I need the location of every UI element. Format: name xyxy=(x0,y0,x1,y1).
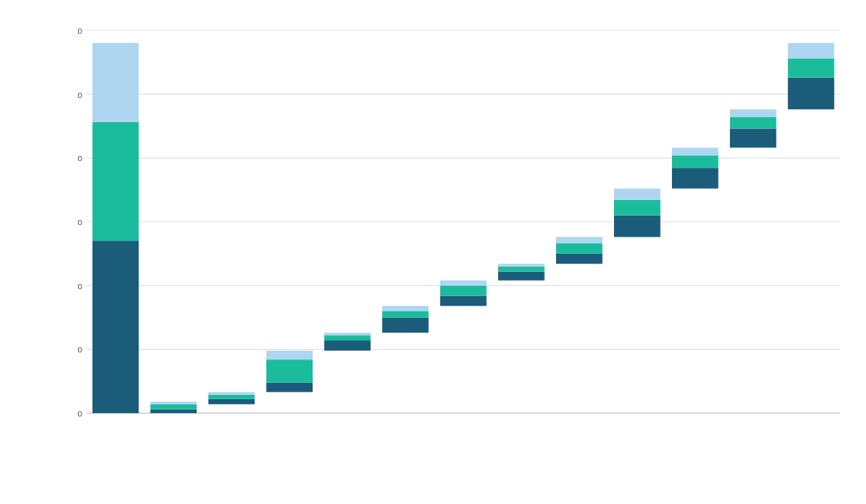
svg-rect-47 xyxy=(556,254,603,264)
svg-rect-63 xyxy=(788,77,835,109)
svg-text:$0: $0 xyxy=(78,409,82,417)
svg-rect-43 xyxy=(498,271,545,280)
svg-rect-33 xyxy=(324,333,371,335)
svg-rect-39 xyxy=(440,295,487,306)
svg-rect-44 xyxy=(498,267,545,272)
svg-rect-56 xyxy=(672,155,719,168)
svg-rect-20 xyxy=(151,404,197,410)
svg-rect-45 xyxy=(498,264,545,267)
svg-rect-19 xyxy=(151,410,197,413)
svg-rect-15 xyxy=(93,241,139,413)
svg-rect-25 xyxy=(209,392,255,395)
svg-rect-17 xyxy=(93,43,139,122)
svg-rect-51 xyxy=(614,216,661,237)
svg-rect-23 xyxy=(209,399,255,404)
svg-rect-36 xyxy=(382,311,429,317)
svg-rect-28 xyxy=(266,359,313,383)
svg-text:$200,000: $200,000 xyxy=(78,153,82,163)
svg-rect-65 xyxy=(788,43,835,59)
svg-rect-64 xyxy=(788,58,835,77)
svg-rect-16 xyxy=(93,122,139,241)
svg-rect-57 xyxy=(672,148,719,156)
svg-rect-32 xyxy=(324,335,371,340)
svg-rect-24 xyxy=(209,395,255,399)
svg-rect-27 xyxy=(266,383,313,392)
svg-rect-35 xyxy=(382,318,429,333)
svg-text:$50,000: $50,000 xyxy=(78,345,82,354)
svg-rect-55 xyxy=(672,168,719,189)
svg-rect-60 xyxy=(730,117,777,128)
chart-container: $0$50,000$100,000$150,000$200,000$250,00… xyxy=(0,0,866,504)
svg-rect-31 xyxy=(324,340,371,351)
svg-text:$300,000: $300,000 xyxy=(78,26,82,36)
svg-rect-29 xyxy=(266,351,313,359)
svg-rect-49 xyxy=(556,237,603,243)
svg-rect-21 xyxy=(151,402,197,404)
svg-rect-48 xyxy=(556,243,603,254)
chart-area: $0$50,000$100,000$150,000$200,000$250,00… xyxy=(78,26,849,417)
chart-svg: $0$50,000$100,000$150,000$200,000$250,00… xyxy=(78,26,849,417)
svg-text:$100,000: $100,000 xyxy=(78,281,82,291)
svg-rect-40 xyxy=(440,286,487,296)
svg-rect-52 xyxy=(614,200,661,216)
svg-text:$150,000: $150,000 xyxy=(78,217,82,227)
svg-text:$250,000: $250,000 xyxy=(78,90,82,100)
svg-rect-61 xyxy=(730,109,777,117)
svg-rect-53 xyxy=(614,189,661,200)
svg-rect-59 xyxy=(730,128,777,147)
svg-rect-41 xyxy=(440,281,487,286)
svg-rect-37 xyxy=(382,306,429,311)
